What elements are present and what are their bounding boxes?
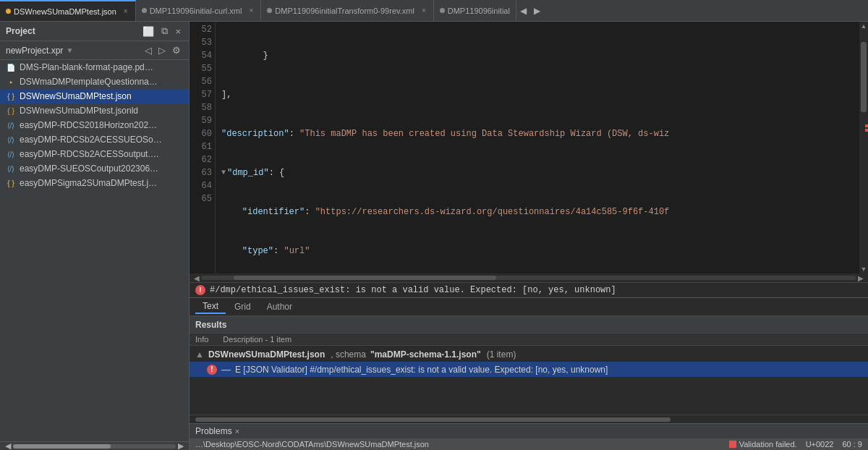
line-numbers: 52 53 54 55 56 57 58 59 60 61 62 63 64 6… — [190, 22, 216, 273]
sidebar-restore-btn[interactable]: ⬜ — [140, 25, 156, 38]
tab-dswtest-json[interactable]: DSWnewSUmaDMPtest.json × — [0, 0, 136, 21]
folder-icon: ▪ — [6, 77, 16, 87]
xml-icon: ⟨/⟩ — [6, 164, 16, 174]
status-position: 60 : 9 — [842, 440, 862, 449]
tab-curl-xml[interactable]: DMP119096initial-curl.xml × — [136, 0, 262, 21]
file-item-easydmp4[interactable]: ⟨/⟩ easyDMP-SUEOSCoutput202306… — [0, 161, 189, 176]
status-bar: …\Desktop\EOSC-Nord\CODATAms\DSWnewSUmaD… — [190, 438, 868, 450]
col-info: Info — [195, 335, 208, 344]
hscroll-right-btn[interactable]: ▶ — [856, 274, 865, 282]
file-item-dswtest-json[interactable]: { } DSWnewSUmaDMPtest.json — [0, 89, 189, 103]
main-area: Project ⬜ ⧉ × newProject.xpr ▼ ◁ ▷ ⚙ 📄 D… — [0, 22, 868, 450]
tab-author[interactable]: Author — [260, 300, 299, 313]
status-encoding: U+0022 — [806, 440, 834, 449]
hscroll-left-btn[interactable]: ◀ — [192, 274, 201, 282]
file-name: easyDMP-RDCSb2ACESSoutput.… — [20, 149, 159, 159]
file-name: DSWnewSUmaDMPtest.json — [20, 91, 132, 101]
project-dropdown-arrow[interactable]: ▼ — [66, 46, 73, 54]
file-name: easyDMP-RDCSb2ACESSUEOSo… — [20, 135, 162, 145]
code-line-52: } — [221, 49, 854, 62]
results-schema-name: "maDMP-schema-1.1.json" — [370, 349, 481, 360]
results-table-header: Info Description - 1 item — [190, 334, 868, 346]
results-group-item[interactable]: ▲ DSWnewSUmaDMPtest.json , schema "maDMP… — [190, 347, 868, 362]
file-item-template[interactable]: ▪ DSWmaDMPtemplateQuestionna… — [0, 75, 189, 89]
results-schema-label: , schema — [331, 349, 366, 360]
tab-nav-right[interactable]: ▶ — [530, 0, 544, 21]
sidebar-scrollbar: ◀ ▶ — [0, 441, 189, 450]
tab-close[interactable]: × — [420, 6, 427, 15]
problems-label: Problems — [195, 426, 232, 436]
expand-arrow: ▲ — [195, 349, 204, 360]
tab-transform-xml[interactable]: DMP119096initialTransform0-99rev.xml × — [261, 0, 433, 21]
file-item-easydmp1[interactable]: ⟨/⟩ easyDMP-RDCS2018Horizon202… — [0, 118, 189, 132]
code-area[interactable]: } ], "description": "This maDMP has been… — [216, 22, 859, 273]
tab-initial[interactable]: DMP119096initial — [434, 0, 516, 21]
file-name: DMS-Plan-blank-format-page.pd… — [20, 62, 153, 72]
file-item-easydmp2[interactable]: ⟨/⟩ easyDMP-RDCSb2ACESSUEOSo… — [0, 132, 189, 147]
error-item-icon: ! — [207, 365, 217, 375]
pdf-icon: 📄 — [6, 62, 16, 72]
project-settings-btn[interactable]: ⚙ — [170, 44, 183, 56]
tab-bar: DSWnewSUmaDMPtest.json × DMP119096initia… — [0, 0, 868, 22]
editor-content: 52 53 54 55 56 57 58 59 60 61 62 63 64 6… — [190, 22, 868, 273]
tab-label: DMP119096initial-curl.xml — [150, 7, 242, 15]
sidebar-actions: ⬜ ⧉ × — [140, 25, 183, 38]
sidebar-title: Project — [6, 26, 35, 36]
editor-vscroll: ▲ ▼ — [859, 22, 868, 273]
vscroll-up-btn[interactable]: ▲ — [859, 22, 868, 30]
problems-close-btn[interactable]: × — [235, 427, 239, 436]
sidebar-scroll-left[interactable]: ◀ — [3, 441, 13, 450]
file-item-easydmp3[interactable]: ⟨/⟩ easyDMP-RDCSb2ACESSoutput.… — [0, 147, 189, 161]
sidebar-arrange-btn[interactable]: ⧉ — [159, 25, 170, 38]
sidebar-scroll-right[interactable]: ▶ — [176, 441, 186, 450]
tab-close[interactable]: × — [122, 7, 129, 16]
results-hscroll[interactable] — [190, 415, 868, 423]
project-name[interactable]: newProject.xpr — [6, 46, 63, 56]
jsonld-icon: { } — [6, 106, 16, 116]
tab-dot — [142, 8, 147, 13]
validation-status-text: Validation failed. — [739, 440, 797, 449]
error-item-message: E [JSON Validator] #/dmp/ethical_issues_… — [235, 365, 608, 375]
sidebar-close-btn[interactable]: × — [173, 25, 183, 38]
tab-grid[interactable]: Grid — [227, 300, 258, 313]
json-icon: { } — [6, 91, 16, 101]
vscroll-thumb — [861, 42, 867, 112]
tab-dot — [267, 8, 272, 13]
tab-label: DMP119096initial — [448, 7, 510, 15]
vscroll-error-marker2 — [865, 129, 868, 132]
project-back-btn[interactable]: ◁ — [142, 44, 154, 56]
tab-text[interactable]: Text — [195, 300, 226, 314]
results-header: Results — [190, 317, 868, 334]
file-name: easyDMPSigma2SUmaDMPtest.j… — [20, 178, 157, 188]
hscroll-track[interactable] — [201, 276, 856, 280]
results-panel: Results Info Description - 1 item ▲ DSWn… — [190, 315, 868, 438]
xml-icon: ⟨/⟩ — [6, 149, 16, 159]
file-item-dms[interactable]: 📄 DMS-Plan-blank-format-page.pd… — [0, 60, 189, 75]
file-item-dswtest-jsonld[interactable]: { } DSWnewSUmaDMPtest.jsonld — [0, 103, 189, 118]
tab-close[interactable]: × — [247, 6, 255, 15]
xml-icon: ⟨/⟩ — [6, 135, 16, 145]
tab-nav-left[interactable]: ◀ — [516, 0, 530, 21]
vscroll-down-btn[interactable]: ▼ — [859, 265, 868, 273]
vscroll-error-marker — [865, 124, 868, 127]
problems-bar: Problems × — [190, 423, 868, 438]
code-line-57: "type": "url" — [221, 245, 854, 258]
fold-arrow-55[interactable]: ▼ — [221, 166, 226, 179]
project-forward-btn[interactable]: ▷ — [156, 44, 168, 56]
sidebar-hscroll-track[interactable] — [13, 444, 176, 449]
file-name: easyDMP-SUEOSCoutput202306… — [20, 164, 158, 174]
hscroll-thumb — [234, 276, 495, 280]
sidebar-header: Project ⬜ ⧉ × — [0, 22, 189, 41]
vscroll-track[interactable] — [859, 30, 868, 265]
file-item-easydmp5[interactable]: { } easyDMPSigma2SUmaDMPtest.j… — [0, 176, 189, 190]
col-description: Description - 1 item — [223, 335, 292, 344]
project-selector: newProject.xpr ▼ ◁ ▷ ⚙ — [0, 41, 189, 60]
results-file-name: DSWnewSUmaDMPtest.json — [208, 349, 325, 360]
problems-tab[interactable]: Problems × — [195, 426, 239, 436]
results-error-item[interactable]: ! — E [JSON Validator] #/dmp/ethical_iss… — [190, 362, 868, 377]
error-icon: ! — [195, 285, 205, 295]
validation-status: Validation failed. — [729, 440, 797, 449]
status-path: …\Desktop\EOSC-Nord\CODATAms\DSWnewSUmaD… — [195, 440, 429, 449]
editor-container: 52 53 54 55 56 57 58 59 60 61 62 63 64 6… — [190, 22, 868, 450]
code-line-56: "identifier": "https://researchers.ds-wi… — [221, 205, 854, 218]
